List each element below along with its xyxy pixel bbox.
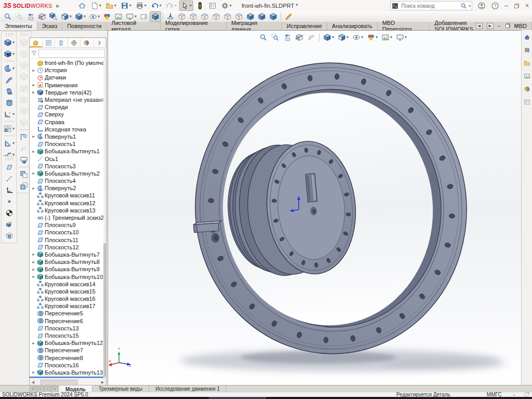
toolbar-grip[interactable] xyxy=(5,157,14,160)
section-view-button[interactable] xyxy=(36,11,48,22)
swept-boss-button[interactable] xyxy=(4,74,15,85)
tree-item[interactable]: Круговой массив13 xyxy=(30,207,106,214)
undo-button[interactable]: ▾ xyxy=(149,1,163,11)
design-library-button[interactable] xyxy=(522,45,532,55)
toolbar-grip[interactable] xyxy=(5,33,14,35)
tree-filter-input[interactable] xyxy=(38,49,105,58)
ribbon-tab-листовой-металл[interactable]: Листовой металл xyxy=(107,22,161,30)
tree-item[interactable]: ▸Бобышка-Вытянуть7 xyxy=(30,251,106,258)
hide-show-items-button[interactable]: ▾ xyxy=(87,11,101,22)
tree-item[interactable]: Круговой массив17 xyxy=(30,302,106,310)
edit-appearance-button[interactable]: ▾ xyxy=(365,32,379,43)
zoom-selection-button[interactable] xyxy=(48,11,59,22)
tree-item[interactable]: ▸Бобышка-Вытянуть13 xyxy=(30,369,106,376)
options-list-button[interactable] xyxy=(207,1,218,11)
expand-arrow-icon[interactable]: ▸ xyxy=(31,252,36,257)
sketch-visibility-button[interactable] xyxy=(305,32,317,43)
reference-axis-button[interactable] xyxy=(4,173,15,184)
scroll-right-icon[interactable]: ▶ xyxy=(99,380,106,384)
close-button[interactable]: × xyxy=(525,3,529,9)
tree-item[interactable]: 3D(-) Трехмерный эскиз2 xyxy=(30,214,106,221)
tree-item[interactable]: ▸Бобышка-Вытянуть2 xyxy=(30,170,106,177)
expand-arrow-icon[interactable]: ▸ xyxy=(31,171,36,176)
help-icon[interactable]: ? xyxy=(491,2,499,10)
coordinate-system-button[interactable] xyxy=(4,184,15,195)
tree-item[interactable]: ▸Повернуть1 xyxy=(30,133,106,140)
rollback-bar[interactable] xyxy=(30,377,106,378)
tree-item[interactable]: ▸Повернуть2 xyxy=(30,184,106,192)
custom-properties-button[interactable] xyxy=(522,97,532,107)
tree-item[interactable]: Ось1 xyxy=(30,155,106,162)
ribbon-tab-миграция-данных[interactable]: Миграция данных xyxy=(227,22,282,30)
expand-arrow-icon[interactable]: ▸ xyxy=(31,186,36,191)
search-dropdown-icon[interactable]: ▾ xyxy=(469,4,471,8)
section-flag-button[interactable] xyxy=(18,131,30,142)
ribbon-tab-анализировать[interactable]: Анализировать xyxy=(327,22,378,30)
search-input[interactable] xyxy=(400,3,459,9)
ribbon-tab-моделирование-сетки[interactable]: Моделирование сетки xyxy=(161,22,227,30)
tree-item[interactable]: ▸Бобышка-Вытянуть8 xyxy=(30,258,106,265)
task-home-button[interactable] xyxy=(522,32,532,42)
expand-arrow-icon[interactable]: ▸ xyxy=(31,274,36,279)
toolbar-grip[interactable] xyxy=(20,33,28,35)
apply-scene-button[interactable]: ▾ xyxy=(380,32,394,43)
fillet-button[interactable]: ▾ xyxy=(2,109,16,119)
graphics-viewport[interactable]: Y X Z ▾▾▾▾▾▾ xyxy=(108,30,523,386)
tree-item[interactable]: Круговой массив14 xyxy=(30,281,106,288)
tree-item[interactable]: Круговой массив12 xyxy=(30,200,106,207)
doc-minimize-button[interactable]: – xyxy=(498,23,501,29)
expand-arrow-icon[interactable]: ▸ xyxy=(31,90,36,95)
ribbon-tab-эскиз[interactable]: Эскиз xyxy=(37,22,62,30)
display-style-button[interactable]: ▾ xyxy=(59,11,73,22)
hide-show-items-button[interactable]: ▾ xyxy=(351,32,365,43)
tree-item[interactable]: Материал <не указан> xyxy=(30,96,106,103)
view-orientation-button[interactable]: ▾ xyxy=(322,32,336,43)
new-document-button[interactable]: ▾ xyxy=(89,1,103,11)
sheet-nav-2[interactable]: › xyxy=(44,386,51,392)
center-of-mass-button[interactable] xyxy=(4,207,15,218)
open-button[interactable]: ▾ xyxy=(104,1,118,11)
tree-item[interactable]: ▸История xyxy=(30,66,106,74)
doc-restore-button[interactable] xyxy=(504,22,511,29)
ribbon-tab-mbd-dimensions[interactable]: MBD Dimensions xyxy=(378,22,430,30)
window-prev-button[interactable]: ◀ xyxy=(476,23,483,29)
bounding-box-button[interactable] xyxy=(4,230,15,241)
reference-point-button[interactable] xyxy=(4,196,15,207)
filter-funnel-icon[interactable] xyxy=(31,50,37,57)
tree-item[interactable]: Исходная точка xyxy=(30,126,106,133)
tree-item[interactable]: ▸AПримечания xyxy=(30,82,106,89)
tree-item[interactable]: Круговой массив16 xyxy=(30,295,106,302)
magnifier-icon[interactable] xyxy=(460,3,467,9)
sheet-nav-1[interactable]: ‹ xyxy=(37,386,44,392)
fm-tab-displaymanager[interactable] xyxy=(81,38,94,47)
tree-vertical-scrollbar[interactable] xyxy=(103,59,106,378)
tree-item[interactable]: Справа xyxy=(30,118,106,126)
tree-item[interactable]: Пересечение5 xyxy=(30,310,106,317)
paint-button[interactable] xyxy=(283,11,294,22)
tree-item[interactable]: Плоскость9 xyxy=(30,221,106,229)
rebuild-button[interactable] xyxy=(194,1,206,11)
tree-item[interactable]: Спереди xyxy=(30,103,106,111)
command-search[interactable]: ▾ xyxy=(390,1,472,10)
tree-item[interactable]: ▸Твердые тела(42) xyxy=(30,89,106,96)
display-style-button[interactable]: ▾ xyxy=(336,32,350,43)
tree-item[interactable]: Датчики xyxy=(30,74,106,81)
expand-arrow-icon[interactable]: ▸ xyxy=(31,267,36,272)
revolved-boss-button[interactable]: ▾ xyxy=(2,63,16,74)
select-button[interactable]: ▾ xyxy=(179,1,193,11)
tree-item[interactable]: Плоскость16 xyxy=(30,362,106,369)
fm-tab-configurationmanager[interactable] xyxy=(55,38,68,47)
tree-item[interactable]: Пересечение8 xyxy=(30,354,106,362)
tree-horizontal-scrollbar[interactable]: ◀ ▶ xyxy=(30,378,106,385)
tree-item[interactable]: Плоскость12 xyxy=(30,244,106,251)
expand-arrow-icon[interactable]: ▸ xyxy=(31,260,36,264)
tree-item[interactable]: ▸Бобышка-Вытянуть1 xyxy=(30,148,106,155)
view-orientation-button[interactable]: ▾ xyxy=(73,11,87,22)
previous-view-button[interactable] xyxy=(282,32,293,43)
tree-item[interactable]: ▸Бобышка-Вытянуть12 xyxy=(30,339,106,347)
home-button[interactable] xyxy=(76,1,88,11)
extruded-boss-button[interactable]: ▾ xyxy=(2,37,16,48)
tree-item[interactable]: ▸Бобышка-Вытянуть9 xyxy=(30,265,106,273)
camera-view-button[interactable] xyxy=(18,154,30,165)
window-next-button[interactable]: ▶ xyxy=(487,23,494,29)
